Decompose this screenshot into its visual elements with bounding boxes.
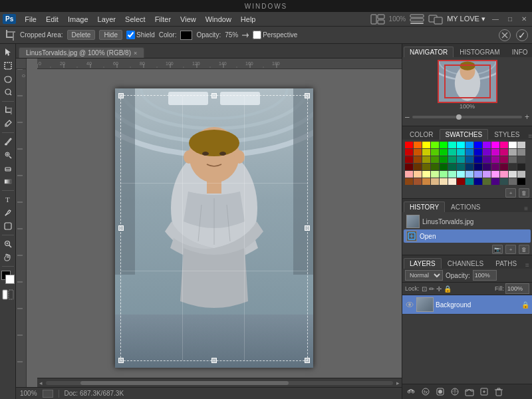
hide-button[interactable]: Hide xyxy=(99,30,122,40)
tool-zoom[interactable] xyxy=(1,238,15,250)
swatch[interactable] xyxy=(517,164,525,170)
swatch[interactable] xyxy=(474,178,482,185)
swatch[interactable] xyxy=(414,156,422,163)
tool-quickselect[interactable] xyxy=(1,86,15,98)
swatch[interactable] xyxy=(474,171,482,178)
swatch[interactable] xyxy=(457,142,465,148)
opacity-input[interactable] xyxy=(473,270,497,281)
tool-pen[interactable] xyxy=(1,207,15,219)
swatch[interactable] xyxy=(457,178,465,185)
swatch[interactable] xyxy=(431,171,439,178)
swatch[interactable] xyxy=(448,156,456,163)
tab-channels[interactable]: CHANNELS xyxy=(442,258,489,269)
swatch[interactable] xyxy=(405,149,413,156)
minimize-btn[interactable]: — xyxy=(489,15,501,23)
swatch[interactable] xyxy=(500,149,508,156)
tab-close-btn[interactable]: × xyxy=(134,50,137,57)
swatch[interactable] xyxy=(500,171,508,178)
image-tab[interactable]: LinusTorvalds.jpg @ 100% (RGB/8) × xyxy=(19,47,144,58)
swatch[interactable] xyxy=(509,171,517,178)
swatch[interactable] xyxy=(422,164,430,170)
swatch[interactable] xyxy=(440,171,448,178)
quick-mask-btn[interactable] xyxy=(2,289,14,301)
swatch[interactable] xyxy=(517,156,525,163)
swatch[interactable] xyxy=(431,178,439,185)
menu-select[interactable]: Select xyxy=(120,14,150,25)
swatch[interactable] xyxy=(483,156,491,163)
swatch[interactable] xyxy=(422,178,430,185)
swatch[interactable] xyxy=(500,156,508,163)
swatch[interactable] xyxy=(517,149,525,156)
close-btn[interactable]: ✕ xyxy=(519,15,529,23)
crop-handle-bm[interactable] xyxy=(211,358,217,363)
tab-paths[interactable]: PATHS xyxy=(489,258,523,269)
layer-visibility-btn[interactable] xyxy=(405,300,414,309)
tool-clone[interactable] xyxy=(1,149,15,161)
swatch[interactable] xyxy=(431,164,439,170)
swatch[interactable] xyxy=(448,149,456,156)
swatch[interactable] xyxy=(414,142,422,148)
link-layers-btn[interactable] xyxy=(405,386,417,397)
layers-panel-menu[interactable]: ≡ xyxy=(523,261,532,269)
swatch[interactable] xyxy=(448,178,456,185)
layer-item-background[interactable]: Background 🔒 xyxy=(402,295,532,315)
swatch[interactable] xyxy=(440,178,448,185)
tab-histogram[interactable]: HISTOGRAM xyxy=(454,47,505,57)
add-layer-style-btn[interactable]: fx xyxy=(420,386,432,397)
swatch[interactable] xyxy=(491,164,499,170)
tool-gradient[interactable] xyxy=(1,176,15,188)
swatch[interactable] xyxy=(509,142,517,148)
swatch[interactable] xyxy=(457,171,465,178)
tool-eraser[interactable] xyxy=(1,162,15,174)
swatch[interactable] xyxy=(422,149,430,156)
confirm-crop-icon[interactable]: ✓ xyxy=(516,29,528,41)
swatch[interactable] xyxy=(457,156,465,163)
swatch[interactable] xyxy=(466,142,473,148)
menu-view[interactable]: View xyxy=(176,14,201,25)
swatch[interactable] xyxy=(483,171,491,178)
profile-label[interactable]: MY LOVE ▾ xyxy=(447,15,485,23)
crop-handle-br[interactable] xyxy=(305,358,310,363)
color-panel-menu[interactable]: ≡ xyxy=(525,132,532,140)
swatch[interactable] xyxy=(509,156,517,163)
menu-window[interactable]: Window xyxy=(201,14,236,25)
swatch[interactable] xyxy=(414,178,422,185)
swatch[interactable] xyxy=(517,142,525,148)
fill-input[interactable] xyxy=(505,283,529,294)
new-layer-btn[interactable] xyxy=(478,386,490,397)
swatch[interactable] xyxy=(474,142,482,148)
swatch[interactable] xyxy=(405,156,413,163)
swatch[interactable] xyxy=(491,178,499,185)
tab-styles[interactable]: STYLES xyxy=(488,129,525,140)
swatch[interactable] xyxy=(466,164,473,170)
scroll-left-btn[interactable]: ◂ xyxy=(37,380,45,386)
add-mask-btn[interactable] xyxy=(434,386,446,397)
h-scroll-track[interactable] xyxy=(46,381,393,385)
swatch[interactable] xyxy=(431,149,439,156)
delete-swatch-btn[interactable]: 🗑 xyxy=(519,188,529,198)
tool-hand[interactable] xyxy=(1,251,15,263)
menu-edit[interactable]: Edit xyxy=(41,14,63,25)
history-panel-menu[interactable]: ≡ xyxy=(521,205,531,212)
lock-position-btn[interactable]: ✛ xyxy=(436,285,442,293)
lock-all-btn[interactable]: 🔒 xyxy=(444,285,452,293)
crop-handle-bl[interactable] xyxy=(118,358,124,363)
swatch[interactable] xyxy=(405,164,413,170)
swatch[interactable] xyxy=(483,149,491,156)
swatch[interactable] xyxy=(440,149,448,156)
delete-layer-btn[interactable] xyxy=(493,386,505,397)
swatch[interactable] xyxy=(474,164,482,170)
swatch[interactable] xyxy=(500,142,508,148)
delete-state-btn[interactable]: 🗑 xyxy=(519,245,529,254)
tool-lasso[interactable] xyxy=(1,73,15,85)
swatch[interactable] xyxy=(466,171,473,178)
tab-layers[interactable]: LAYERS xyxy=(404,258,442,269)
new-doc-from-state-btn[interactable]: + xyxy=(505,245,516,254)
swatch[interactable] xyxy=(440,156,448,163)
swatch[interactable] xyxy=(422,171,430,178)
tool-crop[interactable] xyxy=(1,104,15,116)
swatch[interactable] xyxy=(405,142,413,148)
tool-brush[interactable] xyxy=(1,136,15,148)
swatch[interactable] xyxy=(431,142,439,148)
cancel-crop-icon[interactable] xyxy=(499,29,511,41)
